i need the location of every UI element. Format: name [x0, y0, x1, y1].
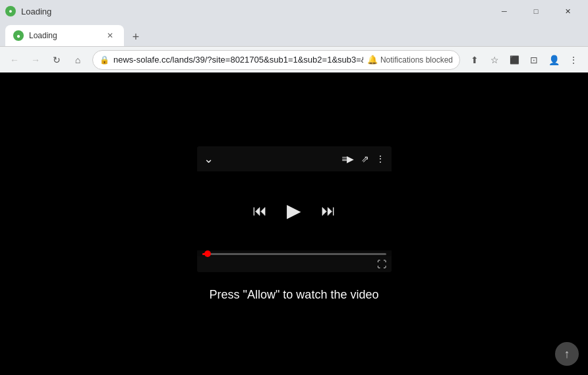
- tab-label: Loading: [29, 31, 99, 40]
- video-progress-bar[interactable]: [197, 250, 392, 256]
- chrome-frame: ● Loading ─ □ ✕ ● Loading ✕ + ← → ↻ ⌂ 🔒 …: [0, 0, 588, 72]
- video-bottom-controls: ⛶: [197, 256, 392, 272]
- back-button[interactable]: ←: [5, 51, 24, 69]
- window-title: Loading: [21, 7, 51, 16]
- tab-favicon: ●: [13, 30, 24, 41]
- minimize-button[interactable]: ─: [489, 0, 519, 22]
- menu-button[interactable]: ⋮: [564, 51, 583, 69]
- new-tab-button[interactable]: +: [127, 28, 145, 46]
- progress-fill: [202, 253, 208, 255]
- split-button[interactable]: ⊡: [525, 51, 543, 69]
- chevron-down-icon[interactable]: ⌄: [204, 152, 214, 166]
- tab-close-button[interactable]: ✕: [104, 30, 116, 42]
- bell-icon: 🔔: [367, 55, 378, 65]
- press-allow-text: Press "Allow" to watch the video: [210, 288, 379, 302]
- active-tab[interactable]: ● Loading ✕: [5, 25, 124, 46]
- page-content: ⌄ ≡▶ ⇗ ⋮ ⏮ ▶ ⏭ ⛶ Press "Al: [0, 72, 588, 375]
- notifications-blocked-text: Notifications blocked: [380, 55, 453, 65]
- tab-bar: ● Loading ✕ +: [0, 22, 588, 46]
- skip-back-button[interactable]: ⏮: [252, 202, 267, 219]
- share-icon[interactable]: ⇗: [361, 154, 369, 164]
- toolbar: ← → ↻ ⌂ 🔒 news-solafe.cc/lands/39/?site=…: [0, 46, 588, 72]
- address-bar[interactable]: 🔒 news-solafe.cc/lands/39/?site=8021705&…: [92, 50, 460, 70]
- toolbar-actions: ⬆ ☆ ⬛ ⊡ 👤 ⋮: [465, 51, 583, 69]
- url-text: news-solafe.cc/lands/39/?site=8021705&su…: [113, 55, 363, 65]
- more-icon[interactable]: ⋮: [376, 154, 385, 164]
- progress-dot: [204, 250, 211, 257]
- window-controls: ─ □ ✕: [489, 0, 583, 22]
- close-button[interactable]: ✕: [552, 0, 583, 22]
- skip-forward-button[interactable]: ⏭: [321, 202, 336, 219]
- video-top-controls: ⌄ ≡▶ ⇗ ⋮: [197, 146, 392, 171]
- restore-button[interactable]: □: [521, 0, 551, 22]
- reload-button[interactable]: ↻: [47, 51, 66, 69]
- forward-button[interactable]: →: [26, 51, 45, 69]
- home-button[interactable]: ⌂: [69, 51, 87, 69]
- lock-icon: 🔒: [100, 55, 109, 65]
- profile-button[interactable]: 👤: [544, 51, 563, 69]
- video-player: ⌄ ≡▶ ⇗ ⋮ ⏮ ▶ ⏭ ⛶: [197, 146, 392, 272]
- progress-track: [202, 253, 386, 255]
- bookmark-button[interactable]: ☆: [485, 51, 504, 69]
- share-button[interactable]: ⬆: [465, 51, 484, 69]
- fullscreen-icon[interactable]: ⛶: [377, 259, 386, 270]
- video-main: ⏮ ▶ ⏭: [197, 171, 392, 250]
- title-bar: ● Loading ─ □ ✕: [0, 0, 588, 22]
- playlist-icon[interactable]: ≡▶: [341, 154, 354, 164]
- play-button[interactable]: ▶: [287, 200, 301, 221]
- window-favicon: ●: [5, 6, 16, 16]
- extensions-button[interactable]: ⬛: [505, 51, 523, 69]
- scroll-to-top-button[interactable]: ↑: [555, 342, 579, 366]
- address-bar-right: 🔔 Notifications blocked: [367, 55, 453, 65]
